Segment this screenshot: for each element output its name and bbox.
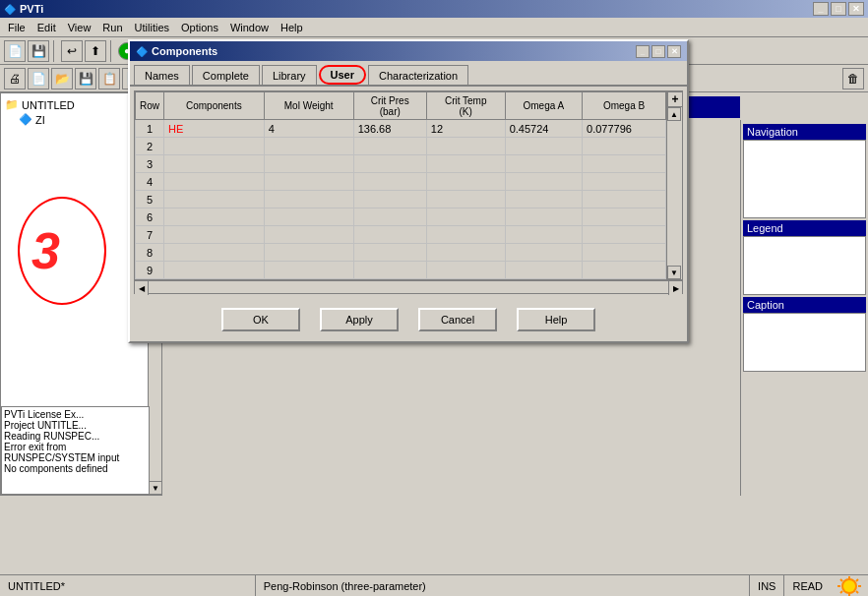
vertical-scrollbar[interactable]: ▲ ▼ bbox=[667, 107, 682, 279]
row-9-mol-weight[interactable] bbox=[264, 262, 353, 279]
horizontal-scrollbar[interactable]: ◀ ▶ bbox=[134, 280, 683, 294]
tab-names[interactable]: Names bbox=[134, 65, 190, 85]
scroll-right-button[interactable]: ▶ bbox=[668, 281, 682, 295]
row-8-omega-a[interactable] bbox=[505, 244, 582, 262]
row-2-crit-temp[interactable] bbox=[426, 138, 505, 155]
row-1-omega-b[interactable]: 0.077796 bbox=[583, 120, 666, 138]
row-5-omega-a[interactable] bbox=[505, 191, 582, 209]
row-9-crit-temp[interactable] bbox=[426, 262, 505, 279]
row-4-crit-pres[interactable] bbox=[353, 173, 426, 191]
dialog-close-button[interactable]: ✕ bbox=[667, 45, 681, 58]
annotation-circle-3 bbox=[18, 197, 106, 305]
row-3-mol-weight[interactable] bbox=[264, 155, 353, 173]
dialog-maximize-button[interactable]: □ bbox=[651, 45, 665, 58]
cancel-button[interactable]: Cancel bbox=[418, 308, 497, 331]
row-1-omega-a[interactable]: 0.45724 bbox=[505, 120, 582, 138]
table-row: 4 bbox=[136, 173, 666, 191]
row-7-components[interactable] bbox=[164, 226, 265, 244]
row-8-num: 8 bbox=[136, 244, 164, 262]
row-5-crit-temp[interactable] bbox=[426, 191, 505, 209]
dialog-tabs: Names Complete Library User Characteriza… bbox=[130, 61, 687, 87]
row-8-omega-b[interactable] bbox=[583, 244, 666, 262]
table-row: 1 HE 4 136.68 12 0.45724 0.077796 bbox=[136, 120, 666, 138]
add-column-button[interactable]: + bbox=[667, 91, 683, 107]
table-row: 9 bbox=[136, 262, 666, 279]
row-4-components[interactable] bbox=[164, 173, 265, 191]
row-4-omega-a[interactable] bbox=[505, 173, 582, 191]
row-9-omega-b[interactable] bbox=[583, 262, 666, 279]
dialog-overlay: 🔷 Components _ □ ✕ Names Complete Librar… bbox=[0, 0, 868, 596]
row-4-omega-b[interactable] bbox=[583, 173, 666, 191]
row-6-mol-weight[interactable] bbox=[264, 209, 353, 226]
row-7-crit-pres[interactable] bbox=[353, 226, 426, 244]
row-6-components[interactable] bbox=[164, 209, 265, 226]
row-9-components[interactable] bbox=[164, 262, 265, 279]
row-1-mol-weight[interactable]: 4 bbox=[264, 120, 353, 138]
row-3-crit-temp[interactable] bbox=[426, 155, 505, 173]
help-button[interactable]: Help bbox=[517, 308, 595, 331]
row-2-omega-b[interactable] bbox=[583, 138, 666, 155]
tab-library[interactable]: Library bbox=[262, 65, 317, 85]
tab-characterization[interactable]: Characterization bbox=[368, 65, 468, 85]
row-3-crit-pres[interactable] bbox=[353, 155, 426, 173]
components-table: Row Components Mol Weight Crit Pres(bar)… bbox=[135, 91, 666, 279]
row-8-components[interactable] bbox=[164, 244, 265, 262]
row-2-components[interactable] bbox=[164, 138, 265, 155]
col-omega-a-header: Omega A bbox=[505, 92, 582, 120]
row-1-components[interactable]: HE bbox=[164, 120, 265, 138]
scroll-up-button[interactable]: ▲ bbox=[667, 107, 681, 121]
components-dialog: 🔷 Components _ □ ✕ Names Complete Librar… bbox=[128, 39, 689, 343]
row-4-crit-temp[interactable] bbox=[426, 173, 505, 191]
row-7-mol-weight[interactable] bbox=[264, 226, 353, 244]
row-3-omega-a[interactable] bbox=[505, 155, 582, 173]
row-8-mol-weight[interactable] bbox=[264, 244, 353, 262]
tab-complete[interactable]: Complete bbox=[192, 65, 260, 85]
row-1-crit-pres[interactable]: 136.68 bbox=[353, 120, 426, 138]
row-6-crit-temp[interactable] bbox=[426, 209, 505, 226]
row-7-num: 7 bbox=[136, 226, 164, 244]
row-5-omega-b[interactable] bbox=[583, 191, 666, 209]
row-3-num: 3 bbox=[136, 155, 164, 173]
dialog-buttons: OK Apply Cancel Help bbox=[130, 298, 687, 341]
row-8-crit-pres[interactable] bbox=[353, 244, 426, 262]
row-2-crit-pres[interactable] bbox=[353, 138, 426, 155]
row-7-omega-b[interactable] bbox=[583, 226, 666, 244]
row-5-components[interactable] bbox=[164, 191, 265, 209]
hscroll-track[interactable] bbox=[149, 281, 668, 293]
row-1-num: 1 bbox=[136, 120, 164, 138]
dialog-minimize-button[interactable]: _ bbox=[636, 45, 650, 58]
table-row: 5 bbox=[136, 191, 666, 209]
row-5-mol-weight[interactable] bbox=[264, 191, 353, 209]
col-mol-weight-header: Mol Weight bbox=[264, 92, 353, 120]
row-7-crit-temp[interactable] bbox=[426, 226, 505, 244]
row-6-omega-a[interactable] bbox=[505, 209, 582, 226]
row-5-crit-pres[interactable] bbox=[353, 191, 426, 209]
table-area: Row Components Mol Weight Crit Pres(bar)… bbox=[134, 90, 683, 294]
scroll-left-button[interactable]: ◀ bbox=[135, 281, 149, 295]
dialog-title-bar: 🔷 Components _ □ ✕ bbox=[130, 41, 687, 61]
row-4-num: 4 bbox=[136, 173, 164, 191]
col-omega-b-header: Omega B bbox=[583, 92, 666, 120]
table-scroll-area: Row Components Mol Weight Crit Pres(bar)… bbox=[135, 91, 666, 279]
row-9-num: 9 bbox=[136, 262, 164, 279]
row-9-crit-pres[interactable] bbox=[353, 262, 426, 279]
ok-button[interactable]: OK bbox=[221, 308, 300, 331]
row-9-omega-a[interactable] bbox=[505, 262, 582, 279]
annotation-number-3: 3 bbox=[31, 221, 60, 280]
row-1-crit-temp[interactable]: 12 bbox=[426, 120, 505, 138]
row-2-omega-a[interactable] bbox=[505, 138, 582, 155]
row-2-num: 2 bbox=[136, 138, 164, 155]
row-3-components[interactable] bbox=[164, 155, 265, 173]
row-3-omega-b[interactable] bbox=[583, 155, 666, 173]
row-8-crit-temp[interactable] bbox=[426, 244, 505, 262]
row-4-mol-weight[interactable] bbox=[264, 173, 353, 191]
row-2-mol-weight[interactable] bbox=[264, 138, 353, 155]
scroll-down-button[interactable]: ▼ bbox=[667, 266, 681, 279]
tab-user[interactable]: User bbox=[319, 65, 366, 85]
row-7-omega-a[interactable] bbox=[505, 226, 582, 244]
apply-button[interactable]: Apply bbox=[320, 308, 399, 331]
row-6-crit-pres[interactable] bbox=[353, 209, 426, 226]
row-6-omega-b[interactable] bbox=[583, 209, 666, 226]
table-wrapper: Row Components Mol Weight Crit Pres(bar)… bbox=[134, 90, 683, 280]
dialog-icon: 🔷 bbox=[136, 46, 148, 57]
